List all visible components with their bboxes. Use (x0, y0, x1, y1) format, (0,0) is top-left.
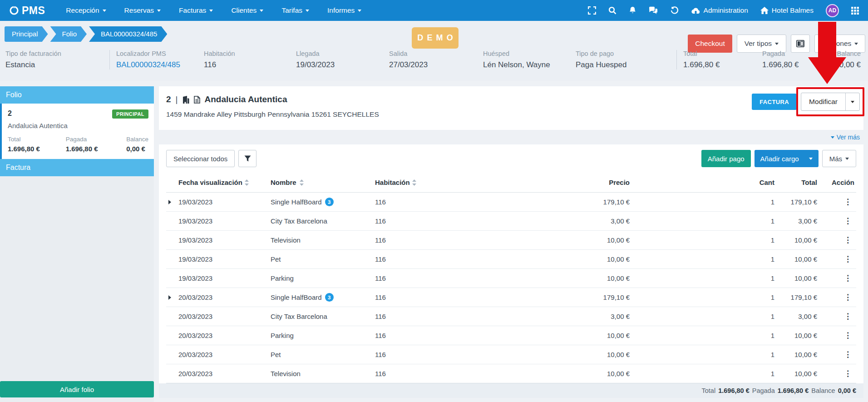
huesped-value: Lén Nelson, Wayne (483, 60, 571, 69)
charge-row: 19/03/2023 Television 116 10,00 € 1 10,0… (166, 231, 856, 250)
charge-row: 19/03/2023 City Tax Barcelona 116 3,00 €… (166, 212, 856, 231)
charge-row: 20/03/2023 City Tax Barcelona 116 3,00 €… (166, 307, 856, 326)
folio-balance: 0,00 € (126, 145, 148, 153)
charge-total: 10,00 € (774, 274, 817, 282)
folio-list-item[interactable]: 2 PRINCIPAL Andalucia Autentica Total1.6… (0, 104, 154, 159)
document-icon[interactable] (194, 96, 200, 104)
row-actions-kebab-icon[interactable]: ⋮ (841, 254, 854, 264)
nav-clientes[interactable]: Clientes (231, 6, 263, 15)
chevron-down-icon (809, 158, 813, 160)
columns-icon (796, 40, 804, 47)
demo-badge: DEMO (412, 27, 459, 49)
charge-total: 10,00 € (774, 236, 817, 244)
breadcrumb-localizador[interactable]: BAL00000324/485 (89, 26, 167, 42)
charges-table: Fecha visualización Nombre Habitación Pr… (159, 173, 863, 383)
charge-room: 116 (375, 351, 449, 358)
breadcrumb-principal[interactable]: Principal (5, 26, 48, 42)
charge-row: 20/03/2023 Parking 116 10,00 € 1 10,00 €… (166, 326, 856, 345)
search-icon[interactable] (608, 6, 616, 15)
fullscreen-icon[interactable] (588, 6, 596, 15)
charge-price: 10,00 € (449, 274, 630, 282)
localizador-pms-link[interactable]: BAL00000324/485 (116, 60, 199, 69)
column-header-habitacion[interactable]: Habitación (375, 179, 449, 186)
nav-tarifas[interactable]: Tarifas (281, 6, 309, 15)
avatar[interactable]: AD (826, 4, 839, 17)
row-actions-kebab-icon[interactable]: ⋮ (841, 293, 854, 302)
chevron-down-icon (851, 101, 854, 103)
tipo-pago-value: Paga Huesped (576, 60, 672, 69)
row-actions-kebab-icon[interactable]: ⋮ (841, 235, 854, 245)
charge-date: 19/03/2023 (178, 217, 271, 225)
apps-grid-icon[interactable] (851, 7, 859, 15)
row-actions-kebab-icon[interactable]: ⋮ (841, 273, 854, 283)
charge-price: 3,00 € (449, 313, 630, 320)
field-label: Salida (389, 50, 478, 57)
charge-qty: 1 (630, 351, 774, 358)
home-icon (760, 7, 769, 14)
nav-informes[interactable]: Informes (327, 6, 361, 15)
charge-total: 10,00 € (774, 370, 817, 377)
charge-date: 19/03/2023 (178, 236, 271, 244)
filter-button[interactable] (238, 150, 256, 167)
breadcrumb-folio[interactable]: Folio (50, 26, 87, 42)
ver-mas-link[interactable]: Ver más (831, 134, 860, 141)
column-header-fecha[interactable]: Fecha visualización (178, 179, 271, 186)
charge-name: Pet (271, 351, 281, 358)
charge-room: 116 (375, 370, 449, 377)
column-header-precio: Precio (449, 179, 630, 186)
breadcrumb: Principal Folio BAL00000324/485 (5, 26, 167, 42)
modificar-button[interactable]: Modificar (801, 93, 845, 110)
administration-link[interactable]: Administration (691, 6, 748, 15)
nav-reservas[interactable]: Reservas (124, 6, 161, 15)
charge-total: 179,10 € (774, 198, 817, 206)
chat-icon[interactable] (649, 6, 658, 15)
chevron-down-icon (358, 10, 361, 12)
sidebar-section-folio[interactable]: Folio (0, 86, 154, 104)
charge-price: 10,00 € (449, 370, 630, 377)
chevron-down-icon (157, 10, 161, 12)
chevron-down-icon (306, 10, 309, 12)
chevron-down-icon (775, 43, 779, 45)
sidebar-section-factura[interactable]: Factura (0, 159, 154, 176)
row-actions-kebab-icon[interactable]: ⋮ (841, 197, 854, 207)
charge-count-badge: 3 (325, 198, 334, 206)
hotel-balmes-link[interactable]: Hotel Balmes (760, 6, 814, 15)
total-value: 1.696,80 € (683, 60, 758, 69)
top-navbar: PMS Recepción Reservas Facturas Clientes… (0, 0, 868, 21)
expand-row-icon[interactable] (168, 200, 171, 204)
modificar-dropdown-toggle[interactable] (845, 93, 859, 110)
nav-recepcion[interactable]: Recepción (66, 6, 106, 15)
field-label: Habitación (204, 50, 291, 57)
more-button[interactable]: Más (822, 150, 856, 167)
pms-logo[interactable]: PMS (9, 5, 45, 17)
charge-row: 20/03/2023 Television 116 10,00 € 1 10,0… (166, 364, 856, 383)
charge-qty: 1 (630, 293, 774, 301)
column-header-nombre[interactable]: Nombre (271, 179, 375, 186)
column-header-accion: Acción (817, 179, 856, 186)
expand-row-icon[interactable] (168, 295, 171, 300)
history-icon[interactable] (670, 6, 679, 15)
folio-title-card: 2 | Andalucia Autentica 1459 Mandrake Al… (159, 86, 863, 130)
add-payment-button[interactable]: Añadir pago (701, 150, 751, 167)
nav-menus: Recepción Reservas Facturas Clientes Tar… (66, 6, 361, 15)
factura-button[interactable]: FACTURA (752, 94, 797, 110)
row-actions-kebab-icon[interactable]: ⋮ (841, 369, 854, 378)
select-all-button[interactable]: Seleccionar todos (166, 150, 235, 167)
row-actions-kebab-icon[interactable]: ⋮ (841, 216, 854, 226)
charges-card: Seleccionar todos Añadir pago Añadir car… (159, 144, 863, 398)
reservation-info: Tipo de facturaciónEstancia Localizador … (0, 50, 868, 69)
row-actions-kebab-icon[interactable]: ⋮ (841, 350, 854, 359)
chevron-down-icon (103, 10, 106, 12)
charge-total: 179,10 € (774, 293, 817, 301)
add-charge-button[interactable]: Añadir cargo (755, 150, 819, 167)
charge-total: 3,00 € (774, 313, 817, 320)
nav-facturas[interactable]: Facturas (179, 6, 213, 15)
folio-total: 1.696,80 € (8, 145, 66, 153)
row-actions-kebab-icon[interactable]: ⋮ (841, 331, 854, 340)
notifications-bell-icon[interactable] (629, 6, 636, 15)
charge-row: 20/03/2023 Pet 116 10,00 € 1 10,00 € ⋮ (166, 345, 856, 364)
row-actions-kebab-icon[interactable]: ⋮ (841, 312, 854, 321)
chevron-down-icon (831, 136, 834, 139)
folio-detail: 2 | Andalucia Autentica 1459 Mandrake Al… (159, 86, 863, 402)
add-folio-button[interactable]: Añadir folio (0, 381, 154, 397)
